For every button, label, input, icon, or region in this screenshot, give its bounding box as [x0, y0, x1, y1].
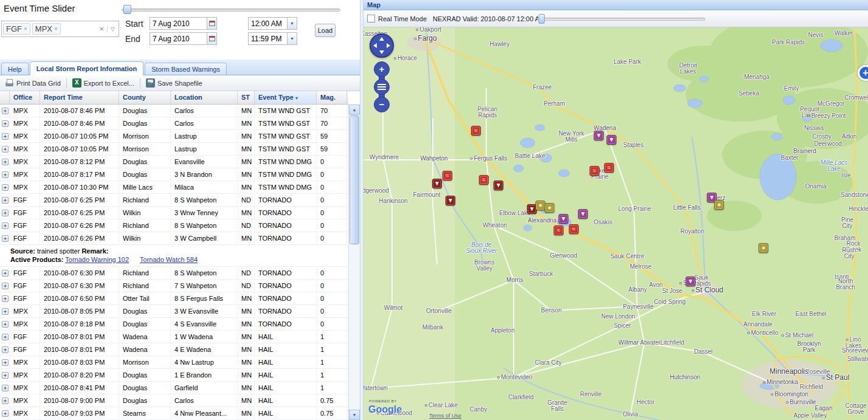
table-row[interactable]: MPX2010-08-07 10:05 PMMorrisonLastrupMNT… [0, 130, 348, 143]
scrollbar-thumb[interactable] [350, 115, 359, 244]
clear-filter-icon[interactable]: × [96, 24, 107, 33]
storm-report-marker-wind[interactable]: ≈ [590, 166, 599, 176]
grid-scrollbar[interactable] [348, 105, 360, 420]
expand-row-icon[interactable] [2, 372, 9, 379]
storm-report-marker-wind[interactable]: ≈ [443, 171, 452, 181]
column-header-event-type[interactable]: Event Type▾ [255, 91, 317, 104]
expand-row-icon[interactable] [2, 210, 9, 216]
expand-row-icon[interactable] [2, 146, 9, 153]
storm-report-marker-tor[interactable]: ▼ [446, 196, 455, 205]
storm-report-marker-hail[interactable]: ∗ [714, 200, 724, 210]
storm-report-marker-wind[interactable]: ≈ [479, 175, 489, 185]
tab-local-storm-report-information[interactable]: Local Storm Report Information [30, 61, 144, 75]
expand-row-icon[interactable] [2, 308, 9, 315]
terms-of-use-link[interactable]: Terms of Use [429, 413, 461, 419]
scroll-up-icon[interactable] [349, 105, 360, 115]
table-row[interactable]: FGF2010-08-07 6:25 PMRichland8 S Wahpeto… [0, 194, 348, 207]
pan-left-icon[interactable] [373, 43, 377, 48]
scroll-down-icon[interactable] [349, 410, 360, 420]
expand-row-icon[interactable] [2, 321, 9, 328]
slider-thumb[interactable] [123, 5, 131, 14]
expand-row-icon[interactable] [2, 171, 9, 178]
filter-tag-mpx[interactable]: MPX× [32, 23, 61, 35]
start-time-value[interactable]: 12:00 AM [248, 17, 287, 30]
table-row[interactable]: MPX2010-08-07 10:30 PMMille LacsMilacaMN… [0, 181, 348, 194]
expand-row-icon[interactable] [2, 283, 9, 289]
expand-row-icon[interactable] [2, 359, 9, 366]
expand-row-icon[interactable] [2, 133, 9, 140]
expand-row-icon[interactable] [2, 334, 9, 340]
calendar-icon[interactable] [207, 32, 217, 45]
expand-row-icon[interactable] [2, 270, 9, 277]
expand-row-icon[interactable] [2, 184, 9, 191]
tab-help[interactable]: Help [1, 63, 29, 75]
storm-report-marker-tor[interactable]: ▼ [494, 181, 503, 190]
expand-row-icon[interactable] [2, 398, 9, 404]
expand-row-icon[interactable] [2, 295, 9, 302]
table-row[interactable]: FGF2010-08-07 8:01 PMWadena1 W WadenaMNH… [0, 331, 348, 343]
print-data-grid-button[interactable]: Print Data Grid [2, 77, 63, 89]
storm-report-marker-wind[interactable]: ≈ [569, 224, 579, 234]
table-row[interactable]: MPX2010-08-07 8:03 PMMorrison4 Nw Lastru… [0, 356, 348, 369]
remove-tag-icon[interactable]: × [54, 26, 58, 32]
table-row[interactable]: MPX2010-08-07 8:17 PMDouglas3 N BrandonM… [0, 168, 348, 181]
storm-report-marker-torp[interactable]: ▼ [594, 131, 604, 140]
realtime-checkbox[interactable] [367, 15, 375, 22]
table-row[interactable]: FGF2010-08-07 6:26 PMWilkin3 W CampbellM… [0, 232, 348, 245]
expand-row-icon[interactable] [2, 197, 9, 204]
expand-row-icon[interactable] [2, 120, 9, 127]
tab-storm-based-warnings[interactable]: Storm Based Warnings [145, 63, 227, 75]
event-time-slider[interactable] [122, 5, 340, 15]
column-header-location[interactable]: Location [171, 91, 238, 104]
table-row[interactable]: MPX2010-08-07 8:20 PMDouglas1 E BrandonM… [0, 369, 348, 382]
expand-row-icon[interactable] [2, 222, 9, 229]
expand-row-icon[interactable] [2, 159, 9, 165]
office-filter-combo[interactable]: FGF×MPX× × ▽ [1, 21, 119, 37]
expand-row-icon[interactable] [2, 346, 9, 353]
map-pan-control[interactable] [370, 33, 394, 58]
column-header-office[interactable]: Office [10, 91, 40, 104]
table-row[interactable]: MPX2010-08-07 10:05 PMMorrisonLastrupMNT… [0, 143, 348, 156]
storm-report-marker-torp[interactable]: ▼ [578, 209, 588, 219]
table-row[interactable]: FGF2010-08-07 6:30 PMRichland7 S Wahpeto… [0, 280, 348, 292]
load-button[interactable]: Load [315, 24, 336, 37]
storm-report-marker-hail[interactable]: ∗ [545, 203, 554, 213]
storm-report-marker-hail[interactable]: ∗ [536, 201, 545, 210]
table-row[interactable]: FGF2010-08-07 6:50 PMOtter Tail8 S Fergu… [0, 292, 348, 305]
map-area[interactable]: CasseltonOakportFargoHawleyHoraceWalkerN… [363, 27, 868, 420]
storm-report-marker-tor[interactable]: ▼ [432, 179, 442, 188]
globe-icon[interactable] [374, 79, 390, 95]
column-header-mag[interactable]: Mag. [317, 91, 347, 104]
table-row[interactable]: MPX2010-08-07 8:05 PMDouglas3 W Evansvil… [0, 305, 348, 318]
filter-tag-fgf[interactable]: FGF× [3, 23, 30, 35]
column-header-county[interactable]: County [119, 91, 171, 104]
save-shapefile-button[interactable]: Save Shapefile [143, 77, 205, 89]
storm-report-marker-wind[interactable]: ≈ [471, 126, 481, 136]
storm-report-marker-hail[interactable]: ∗ [759, 243, 768, 253]
nexrad-slider-thumb[interactable] [539, 14, 545, 24]
table-row[interactable]: MPX2010-08-07 8:12 PMDouglasEvansvilleMN… [0, 156, 348, 168]
slider-track[interactable] [122, 9, 340, 12]
end-time-field[interactable]: 11:59 PM ▼ [248, 32, 297, 45]
calendar-icon[interactable] [207, 17, 217, 30]
chevron-down-icon[interactable]: ▼ [287, 17, 297, 30]
table-row[interactable]: FGF2010-08-07 6:30 PMRichland8 S Wahpeto… [0, 267, 348, 280]
end-date-field[interactable]: 7 Aug 2010 [150, 32, 217, 45]
pan-down-icon[interactable] [379, 50, 384, 54]
table-row[interactable]: FGF2010-08-07 6:25 PMWilkin3 Wnw TenneyM… [0, 207, 348, 219]
end-time-value[interactable]: 11:59 PM [248, 32, 287, 45]
table-row[interactable]: MPX2010-08-07 8:41 PMDouglasGarfieldMNHA… [0, 382, 348, 394]
start-date-field[interactable]: 7 Aug 2010 [150, 17, 217, 30]
storm-report-marker-torp[interactable]: ▼ [607, 135, 616, 145]
table-row[interactable]: MPX2010-08-07 8:46 PMDouglasCarlosMNTSTM… [0, 105, 348, 117]
nexrad-time-slider[interactable] [537, 18, 705, 21]
expand-row-icon[interactable] [2, 108, 9, 114]
end-date-value[interactable]: 7 Aug 2010 [150, 32, 207, 45]
table-row[interactable]: MPX2010-08-07 8:46 PMDouglasCarlosMNTSTM… [0, 117, 348, 130]
storm-report-marker-wind[interactable]: ≈ [604, 163, 614, 173]
expand-row-icon[interactable] [2, 410, 9, 417]
zoom-in-button[interactable]: + [374, 61, 390, 77]
product-link[interactable]: Tornado Watch 584 [140, 256, 198, 263]
start-date-value[interactable]: 7 Aug 2010 [150, 17, 207, 30]
remove-tag-icon[interactable]: × [24, 26, 27, 32]
